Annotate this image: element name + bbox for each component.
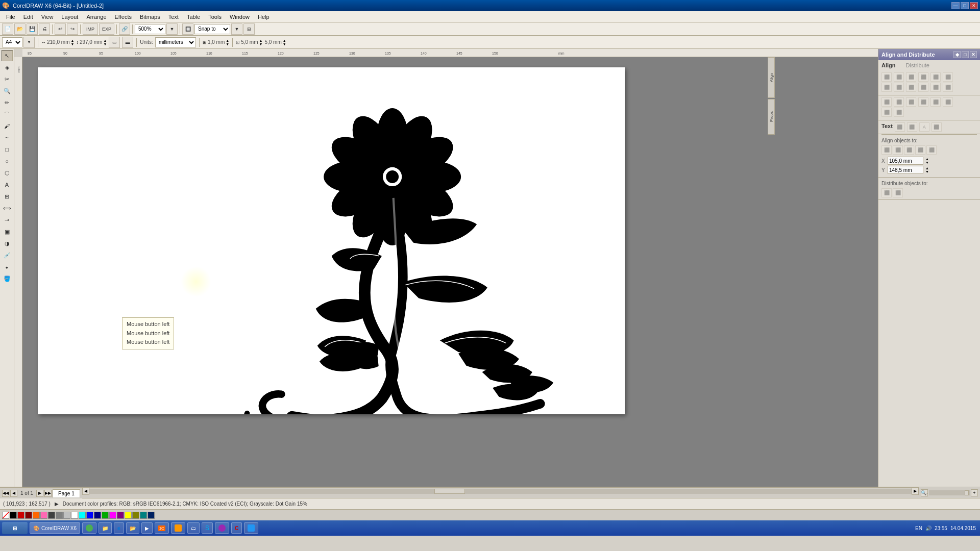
select-tool[interactable]: ↖: [2, 50, 13, 61]
y-input[interactable]: [888, 166, 923, 174]
color-navy-swatch[interactable]: [148, 512, 155, 519]
color-teal-swatch[interactable]: [140, 512, 147, 519]
print-button[interactable]: 🖨: [39, 23, 50, 35]
color-red-swatch[interactable]: [17, 512, 24, 519]
drawing-canvas[interactable]: Mouse button left Mouse button left Mous…: [22, 57, 878, 487]
scroll-right-button[interactable]: ▶: [912, 488, 919, 495]
menu-text[interactable]: Text: [164, 13, 183, 21]
taskbar-files[interactable]: 📁: [99, 522, 112, 534]
color-darkred-swatch[interactable]: [25, 512, 32, 519]
color-lightgray-swatch[interactable]: [63, 512, 70, 519]
menu-tools[interactable]: Tools: [204, 13, 226, 21]
node-tool[interactable]: ◈: [2, 62, 13, 73]
zoom-out-button[interactable]: 🔍-: [921, 489, 928, 496]
corel-connect[interactable]: 🔗: [119, 23, 130, 35]
align-right[interactable]: ⬛: [906, 72, 916, 82]
dist-left[interactable]: ⬛: [881, 97, 892, 107]
dist-spacing-h[interactable]: ⬛: [881, 108, 892, 117]
paper-size-select[interactable]: A4: [2, 37, 22, 47]
align-to-btn3[interactable]: ⬛: [904, 145, 914, 155]
align-to-btn5[interactable]: ⬛: [926, 145, 937, 155]
taskbar-explorer[interactable]: 📂: [126, 522, 139, 534]
panel-pin-button[interactable]: ◆: [953, 51, 961, 58]
color-olive-swatch[interactable]: [132, 512, 139, 519]
color-purple-swatch[interactable]: [117, 512, 124, 519]
zoom-down[interactable]: ▼: [166, 23, 178, 35]
paper-size-arrow[interactable]: ▼: [23, 37, 35, 48]
align-bottom2[interactable]: ⬛: [943, 83, 953, 92]
menu-window[interactable]: Window: [226, 13, 254, 21]
color-darkblue-swatch[interactable]: [94, 512, 101, 519]
lang-indicator[interactable]: EN: [915, 525, 922, 531]
color-eyedropper[interactable]: 💉: [2, 249, 13, 261]
dist-to-btn2[interactable]: ⬛: [893, 188, 903, 197]
color-yellow-swatch[interactable]: [125, 512, 132, 519]
align-center-h[interactable]: ⬛: [894, 72, 904, 82]
interactive-fill[interactable]: ⬥: [2, 261, 13, 272]
panel-close-button[interactable]: ✕: [970, 51, 977, 58]
align-to-btn4[interactable]: ⬛: [915, 145, 925, 155]
menu-arrange[interactable]: Arrange: [82, 13, 110, 21]
color-blue-swatch[interactable]: [86, 512, 93, 519]
align-to-btn1[interactable]: ⬛: [881, 145, 892, 155]
undo-button[interactable]: ↩: [55, 23, 66, 35]
dist-bottom[interactable]: ⬛: [943, 97, 953, 107]
menu-help[interactable]: Help: [254, 13, 274, 21]
zoom-slider-track[interactable]: [929, 490, 970, 495]
start-button[interactable]: ⊞: [2, 522, 28, 534]
scroll-left-button[interactable]: ◀: [82, 488, 89, 495]
zoom-in-button[interactable]: +: [971, 489, 978, 496]
redo-button[interactable]: ↪: [67, 23, 78, 35]
dist-to-btn1[interactable]: ⬛: [881, 188, 892, 197]
menu-effects[interactable]: Effects: [111, 13, 136, 21]
text-align-full[interactable]: ⬛: [932, 122, 942, 132]
taskbar-fm[interactable]: 🗂: [187, 522, 200, 534]
menu-table[interactable]: Table: [183, 13, 204, 21]
menu-view[interactable]: View: [37, 13, 58, 21]
align-top2[interactable]: ⬛: [918, 83, 928, 92]
align-to-btn2[interactable]: ⬛: [893, 145, 903, 155]
dist-center-v[interactable]: ⬛: [930, 97, 941, 107]
smart-fill[interactable]: 🪣: [2, 273, 13, 284]
text-align-right[interactable]: A: [919, 122, 929, 132]
maximize-button[interactable]: □: [961, 2, 969, 9]
dist-right[interactable]: ⬛: [906, 97, 916, 107]
crop-tool[interactable]: ✂: [2, 73, 13, 85]
freehand-tool[interactable]: ✏: [2, 97, 13, 108]
align-right2[interactable]: ⬛: [906, 83, 916, 92]
page-nav-prev[interactable]: ◀: [10, 490, 17, 497]
bezier-tool[interactable]: ⌒: [2, 109, 13, 120]
text-align-left[interactable]: ⬛: [895, 122, 905, 132]
text-align-center[interactable]: ⬛: [907, 122, 917, 132]
taskbar-coreldraw[interactable]: 🎨 CorelDRAW X6: [30, 522, 80, 534]
taskbar-browser[interactable]: [82, 522, 96, 534]
menu-file[interactable]: File: [2, 13, 19, 21]
scroll-track[interactable]: [89, 489, 912, 494]
import-button[interactable]: IMP: [83, 23, 98, 35]
portrait-btn[interactable]: ▭: [109, 37, 120, 48]
export-button[interactable]: EXP: [99, 23, 114, 35]
taskbar-app2[interactable]: [171, 522, 185, 534]
color-darkgray-swatch[interactable]: [48, 512, 55, 519]
side-tab-align[interactable]: Align: [768, 57, 775, 98]
close-button[interactable]: ✕: [970, 2, 978, 9]
taskbar-app4[interactable]: [244, 522, 258, 534]
landscape-btn[interactable]: ▬: [122, 37, 133, 48]
scroll-thumb[interactable]: [434, 489, 465, 494]
color-orange-swatch[interactable]: [33, 512, 40, 519]
color-gray-swatch[interactable]: [56, 512, 63, 519]
align-center-v2[interactable]: ⬛: [930, 83, 941, 92]
zoom-slider-thumb[interactable]: [965, 490, 969, 495]
dimension-tool[interactable]: ⟺: [2, 203, 13, 214]
artmedia-tool[interactable]: 🖌: [2, 120, 13, 132]
no-color-swatch[interactable]: [2, 512, 9, 519]
snap-toggle[interactable]: ⊞: [243, 23, 255, 35]
page-nav-next[interactable]: ▶: [36, 490, 43, 497]
dist-spacing-v[interactable]: ⬛: [894, 108, 904, 117]
page-nav-first[interactable]: ◀◀: [2, 490, 9, 497]
menu-edit[interactable]: Edit: [19, 13, 37, 21]
open-button[interactable]: 📂: [14, 23, 26, 35]
new-button[interactable]: 📄: [2, 23, 13, 35]
dist-top[interactable]: ⬛: [918, 97, 928, 107]
dist-center-h[interactable]: ⬛: [894, 97, 904, 107]
